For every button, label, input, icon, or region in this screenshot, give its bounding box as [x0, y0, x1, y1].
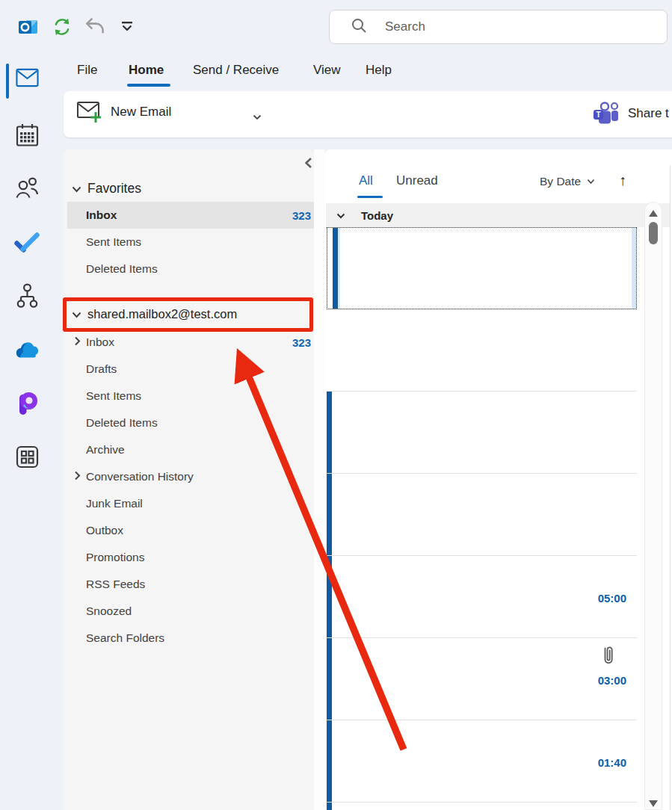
search-placeholder: Search: [385, 19, 425, 34]
message-list-item[interactable]: [327, 803, 637, 810]
purple-p-app-icon[interactable]: [14, 389, 40, 416]
sort-direction-up-icon[interactable]: ↑: [619, 172, 626, 189]
sidebar-item-sent-items[interactable]: Sent Items: [67, 383, 314, 409]
chevron-down-icon: [72, 181, 81, 197]
unread-count-badge: 323: [292, 336, 311, 349]
message-list-pane: All Unread By Date ↑ Today 05:0003:0001:…: [324, 149, 672, 810]
onedrive-app-icon[interactable]: [14, 336, 40, 363]
message-list-item[interactable]: [327, 309, 637, 392]
new-email-dropdown-chevron[interactable]: [253, 110, 262, 123]
chevron-down-icon: [72, 307, 81, 321]
chevron-down-icon: [587, 179, 595, 185]
all-apps-icon[interactable]: [14, 443, 40, 470]
customize-toolbar-icon[interactable]: [121, 21, 133, 35]
message-list-item[interactable]: [327, 474, 637, 556]
sidebar-item-outbox[interactable]: Outbox: [67, 517, 314, 544]
to-do-app-icon[interactable]: [14, 229, 40, 256]
active-app-indicator: [6, 64, 9, 99]
message-list-item[interactable]: 01:40: [327, 720, 637, 803]
chevron-down-icon: [336, 208, 345, 222]
group-header-today[interactable]: Today: [326, 203, 670, 227]
new-email-icon: [76, 100, 103, 124]
shared-mailbox-header-label: shared.mailbox2@test.com: [87, 307, 237, 321]
tab-unread[interactable]: Unread: [396, 173, 438, 188]
sidebar-item-favorites-sent-items[interactable]: Sent Items: [67, 229, 314, 256]
scrollbar-thumb[interactable]: [649, 222, 658, 244]
message-time: 03:00: [598, 674, 626, 687]
message-list-item[interactable]: 03:00: [327, 638, 637, 720]
message-list-item[interactable]: [327, 392, 637, 474]
scroll-up-arrow[interactable]: [649, 210, 658, 217]
sidebar-item-rss-feeds[interactable]: RSS Feeds: [67, 571, 314, 598]
title-bar: Search: [0, 0, 672, 46]
unread-count-badge: 323: [292, 209, 311, 222]
sidebar-item-conversation-history[interactable]: Conversation History: [67, 463, 314, 490]
menu-send-receive[interactable]: Send / Receive: [193, 63, 279, 78]
favorites-header[interactable]: Favorites: [64, 175, 314, 202]
scroll-down-arrow[interactable]: [649, 800, 658, 807]
menu-file[interactable]: File: [77, 63, 97, 78]
shared-mailbox-header[interactable]: shared.mailbox2@test.com: [64, 300, 314, 327]
sync-send-receive-icon[interactable]: [52, 16, 73, 40]
outlook-logo-icon: [18, 16, 38, 40]
new-email-button[interactable]: New Email: [76, 100, 171, 124]
message-list-item[interactable]: [327, 227, 637, 309]
message-list-item[interactable]: 05:00: [327, 556, 637, 638]
message-time: 01:40: [598, 756, 626, 769]
message-items: 05:0003:0001:40: [327, 227, 637, 810]
chevron-right-icon: [74, 470, 81, 483]
message-time: 05:00: [598, 592, 626, 605]
sidebar-item-deleted-items[interactable]: Deleted Items: [67, 409, 314, 436]
calendar-app-icon[interactable]: [14, 122, 40, 149]
new-email-label: New Email: [111, 105, 171, 120]
sidebar-item-search-folders[interactable]: Search Folders: [67, 625, 314, 652]
sidebar-item-junk-email[interactable]: Junk Email: [67, 490, 314, 517]
sidebar-item-shared-inbox[interactable]: Inbox 323: [67, 329, 314, 356]
ribbon-toolbar: New Email: [64, 91, 672, 137]
menu-home[interactable]: Home: [129, 63, 164, 78]
favorites-header-label: Favorites: [87, 181, 141, 197]
message-list-scrollbar[interactable]: [644, 202, 662, 810]
svg-text:T: T: [596, 111, 600, 119]
share-to-teams-label: Share t: [628, 106, 672, 121]
sort-by-dropdown[interactable]: By Date: [540, 175, 595, 188]
search-icon: [351, 17, 367, 37]
sidebar-item-promotions[interactable]: Promotions: [67, 544, 314, 571]
sidebar-item-favorites-deleted-items[interactable]: Deleted Items: [67, 256, 314, 282]
mail-app-icon[interactable]: [14, 64, 40, 91]
sidebar-item-drafts[interactable]: Drafts: [67, 356, 314, 383]
menu-help[interactable]: Help: [366, 63, 392, 78]
sidebar-item-favorites-inbox[interactable]: Inbox 323: [67, 202, 314, 229]
collapse-folder-pane-icon[interactable]: [304, 157, 312, 172]
sidebar-item-archive[interactable]: Archive: [67, 436, 314, 463]
sidebar-item-snoozed[interactable]: Snoozed: [67, 598, 314, 625]
undo-icon[interactable]: [84, 16, 105, 39]
people-app-icon[interactable]: [14, 174, 40, 201]
teams-icon: T: [593, 101, 620, 126]
folder-pane: Favorites Inbox 323 Sent Items Deleted I…: [64, 149, 314, 810]
active-menu-underline: [127, 84, 170, 87]
share-to-teams-button[interactable]: T Share t: [593, 101, 672, 126]
search-input[interactable]: Search: [329, 10, 668, 44]
active-tab-underline: [357, 196, 383, 198]
pane-gap: [314, 149, 324, 810]
reading-pane-divider: [670, 166, 671, 810]
groups-org-chart-icon[interactable]: [14, 282, 40, 309]
chevron-right-icon: [74, 336, 81, 349]
menu-view[interactable]: View: [313, 63, 341, 78]
attachment-paperclip-icon: [601, 644, 616, 667]
tab-all[interactable]: All: [359, 173, 373, 188]
